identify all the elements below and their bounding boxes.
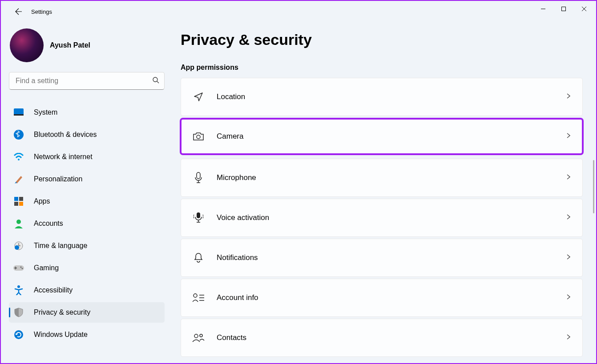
section-title: App permissions: [181, 64, 583, 72]
nav-label: Network & internet: [34, 153, 93, 161]
nav-label: Gaming: [34, 264, 59, 272]
back-arrow-icon: [15, 8, 22, 15]
sidebar-item-accessibility[interactable]: Accessibility: [9, 280, 165, 300]
page-title: Privacy & security: [181, 31, 583, 48]
sidebar: Ayush Patel System Bluetooth & devices N…: [1, 22, 171, 363]
nav-label: Apps: [34, 197, 50, 205]
card-voice-activation[interactable]: Voice activation: [181, 199, 583, 237]
sidebar-item-gaming[interactable]: Gaming: [9, 258, 165, 278]
svg-point-14: [16, 220, 21, 224]
apps-icon: [13, 196, 24, 207]
svg-point-29: [194, 334, 198, 338]
svg-point-4: [153, 77, 157, 82]
svg-rect-1: [562, 7, 566, 11]
contacts-icon: [192, 331, 205, 344]
card-contacts[interactable]: Contacts: [181, 319, 583, 357]
svg-point-21: [14, 330, 23, 339]
sidebar-item-bluetooth[interactable]: Bluetooth & devices: [9, 124, 165, 145]
card-notifications[interactable]: Notifications: [181, 239, 583, 277]
close-button[interactable]: [574, 2, 594, 16]
account-info-icon: [192, 291, 205, 304]
nav-label: Personalization: [34, 175, 82, 183]
sidebar-item-apps[interactable]: Apps: [9, 191, 165, 212]
card-label: Location: [217, 92, 554, 101]
bell-icon: [192, 251, 205, 264]
scrollbar[interactable]: [593, 160, 594, 213]
back-button[interactable]: [10, 3, 28, 20]
svg-rect-13: [19, 202, 23, 206]
nav-label: Bluetooth & devices: [34, 131, 97, 139]
sidebar-item-system[interactable]: System: [9, 102, 165, 123]
svg-point-20: [17, 285, 20, 288]
sidebar-item-time-language[interactable]: Time & language: [9, 236, 165, 256]
update-icon: [13, 329, 24, 340]
microphone-icon: [192, 171, 205, 184]
svg-rect-10: [14, 197, 18, 201]
svg-rect-23: [197, 172, 200, 179]
chevron-right-icon: [565, 213, 572, 222]
minimize-icon: [541, 6, 546, 12]
svg-rect-7: [14, 114, 24, 116]
nav-label: Time & language: [34, 242, 87, 250]
sidebar-item-accounts[interactable]: Accounts: [9, 213, 165, 234]
brush-icon: [13, 174, 24, 184]
card-camera[interactable]: Camera: [181, 119, 583, 154]
system-icon: [13, 107, 24, 118]
svg-point-30: [200, 334, 202, 337]
maximize-button[interactable]: [553, 2, 574, 16]
main-content: Privacy & security App permissions Locat…: [171, 22, 596, 363]
chevron-right-icon: [565, 293, 572, 302]
clock-globe-icon: [13, 240, 24, 251]
svg-rect-11: [19, 197, 23, 201]
nav-label: Accounts: [34, 220, 63, 228]
card-label: Contacts: [217, 333, 554, 342]
nav-label: Accessibility: [34, 286, 73, 294]
card-microphone[interactable]: Microphone: [181, 159, 583, 197]
avatar: [10, 28, 44, 62]
accessibility-icon: [13, 285, 24, 296]
svg-line-5: [157, 81, 159, 83]
sidebar-item-personalization[interactable]: Personalization: [9, 169, 165, 189]
shield-icon: [13, 307, 24, 318]
titlebar: Settings: [1, 1, 596, 22]
nav-label: System: [34, 108, 57, 116]
svg-point-22: [197, 135, 200, 139]
sidebar-item-network[interactable]: Network & internet: [9, 147, 165, 167]
camera-icon: [192, 130, 205, 143]
accounts-icon: [13, 218, 24, 229]
svg-point-19: [22, 268, 23, 269]
close-icon: [581, 6, 587, 12]
svg-point-9: [18, 159, 20, 160]
svg-point-18: [20, 267, 22, 268]
user-profile[interactable]: Ayush Patel: [9, 26, 165, 72]
sidebar-item-windows-update[interactable]: Windows Update: [9, 324, 165, 345]
minimize-button[interactable]: [533, 2, 553, 16]
nav-label: Windows Update: [34, 331, 88, 339]
window-controls: [533, 2, 594, 16]
chevron-right-icon: [565, 333, 572, 342]
chevron-right-icon: [565, 253, 572, 262]
card-label: Microphone: [217, 173, 554, 182]
wifi-icon: [13, 152, 24, 162]
svg-rect-24: [197, 212, 200, 218]
location-icon: [192, 90, 205, 104]
card-label: Account info: [217, 293, 554, 302]
app-title: Settings: [31, 8, 52, 15]
maximize-icon: [561, 6, 566, 12]
card-location[interactable]: Location: [181, 78, 583, 116]
bluetooth-icon: [13, 129, 24, 140]
chevron-right-icon: [565, 92, 572, 101]
chevron-right-icon: [565, 132, 572, 141]
nav-label: Privacy & security: [34, 308, 90, 316]
gamepad-icon: [13, 263, 24, 273]
sidebar-item-privacy-security[interactable]: Privacy & security: [9, 302, 165, 323]
chevron-right-icon: [565, 173, 572, 182]
svg-rect-12: [14, 202, 18, 206]
card-label: Camera: [217, 132, 554, 141]
search-box: [9, 72, 165, 90]
search-icon: [152, 76, 159, 85]
search-input[interactable]: [9, 72, 165, 90]
card-account-info[interactable]: Account info: [181, 279, 583, 317]
card-label: Voice activation: [217, 213, 554, 222]
user-name: Ayush Patel: [50, 41, 90, 49]
